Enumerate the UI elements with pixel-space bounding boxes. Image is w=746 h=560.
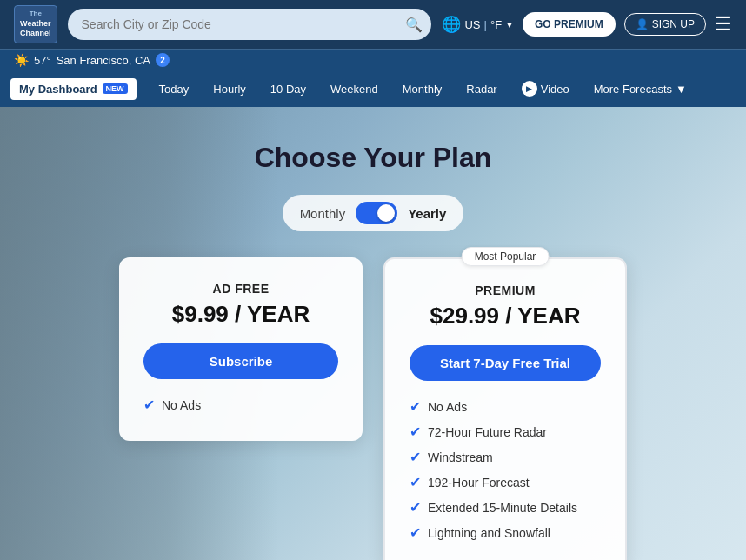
main-content: Choose Your Plan Monthly Yearly AD FREE … [0, 107, 746, 560]
monthly-label: Monthly [300, 206, 346, 221]
nav-weekend[interactable]: Weekend [318, 70, 390, 107]
feature-item: ✔ No Ads [410, 398, 601, 415]
feature-item: ✔ No Ads [143, 397, 338, 413]
search-bar: 🔍 [68, 9, 432, 40]
free-trial-button[interactable]: Start 7-Day Free Trial [410, 345, 601, 381]
plan-price-adfree: $9.99 / YEAR [143, 301, 338, 328]
plans-title: Choose Your Plan [255, 142, 492, 174]
globe-icon: 🌐 [442, 15, 461, 34]
nav-video[interactable]: ▶ Video [510, 70, 582, 107]
logo-line1: The [20, 10, 51, 18]
search-button[interactable]: 🔍 [405, 17, 423, 33]
billing-toggle-switch[interactable] [356, 202, 397, 224]
header-right: 🌐 US | °F ▼ GO PREMIUM 👤 SIGN UP ☰ [442, 12, 732, 37]
nav-today[interactable]: Today [147, 70, 202, 107]
plan-card-premium: Most Popular PREMIUM $29.99 / YEAR Start… [383, 257, 627, 560]
check-icon: ✔ [410, 499, 421, 516]
user-icon: 👤 [636, 18, 649, 30]
check-icon: ✔ [143, 397, 155, 413]
most-popular-badge: Most Popular [462, 247, 550, 266]
check-icon: ✔ [410, 423, 421, 440]
feature-label: Windstream [428, 450, 493, 464]
go-premium-button[interactable]: GO PREMIUM [523, 12, 616, 37]
feature-label: Lightning and Snowfall [428, 526, 550, 540]
play-icon: ▶ [522, 81, 537, 97]
check-icon: ✔ [410, 524, 421, 541]
sub-nav: My Dashboard NEW Today Hourly 10 Day Wee… [0, 70, 746, 107]
feature-label: No Ads [428, 400, 467, 414]
feature-item: ✔ Lightning and Snowfall [410, 524, 601, 541]
feature-label: 72-Hour Future Radar [428, 425, 547, 439]
logo[interactable]: The Weather Channel [14, 5, 57, 43]
feature-label: 192-Hour Forecast [428, 476, 530, 490]
hamburger-button[interactable]: ☰ [715, 15, 732, 34]
chevron-down-icon: ▼ [505, 20, 514, 30]
feature-label: No Ads [162, 398, 201, 412]
plans-grid: AD FREE $9.99 / YEAR Subscribe ✔ No Ads … [119, 257, 627, 560]
plan-card-adfree: AD FREE $9.99 / YEAR Subscribe ✔ No Ads [119, 257, 363, 441]
check-icon: ✔ [410, 449, 421, 465]
feature-item: ✔ 192-Hour Forecast [410, 474, 601, 490]
check-icon: ✔ [410, 398, 421, 415]
nav-10day[interactable]: 10 Day [258, 70, 318, 107]
alert-badge[interactable]: 2 [156, 53, 170, 67]
chevron-down-icon: ▼ [676, 83, 687, 96]
plan-name-premium: PREMIUM [410, 283, 601, 297]
feature-item: ✔ Extended 15-Minute Details [410, 499, 601, 516]
nav-hourly[interactable]: Hourly [201, 70, 258, 107]
feature-item: ✔ Windstream [410, 449, 601, 465]
temp-unit[interactable]: °F [490, 18, 502, 31]
nav-items: Today Hourly 10 Day Weekend Monthly Rada… [147, 70, 699, 107]
logo-line3: Channel [20, 29, 51, 39]
region-selector[interactable]: 🌐 US | °F ▼ [442, 15, 514, 34]
yearly-label: Yearly [408, 206, 446, 221]
weather-icon: ☀️ [14, 53, 29, 67]
billing-toggle: Monthly Yearly [283, 195, 464, 231]
dashboard-label: My Dashboard [19, 83, 97, 96]
nav-more-forecasts[interactable]: More Forecasts ▼ [582, 70, 699, 107]
header: The Weather Channel 🔍 🌐 US | °F ▼ GO PRE… [0, 0, 746, 49]
sign-up-button[interactable]: 👤 SIGN UP [624, 13, 706, 36]
plans-container: Choose Your Plan Monthly Yearly AD FREE … [0, 107, 746, 560]
new-badge: NEW [103, 83, 128, 94]
subscribe-button[interactable]: Subscribe [143, 343, 338, 379]
dashboard-tab[interactable]: My Dashboard NEW [10, 78, 137, 100]
location-temp: 57° [34, 54, 51, 67]
plan-price-premium: $29.99 / YEAR [410, 303, 601, 330]
feature-label: Extended 15-Minute Details [428, 501, 577, 515]
region-label: US [464, 18, 480, 31]
toggle-knob [377, 204, 395, 222]
sign-up-label: SIGN UP [652, 18, 695, 30]
nav-radar[interactable]: Radar [454, 70, 509, 107]
unit-separator: | [484, 18, 487, 31]
logo-line2: Weather [20, 19, 51, 30]
plan-name-adfree: AD FREE [143, 282, 338, 296]
feature-list-adfree: ✔ No Ads [143, 397, 338, 413]
location-city: San Francisco, CA [57, 54, 150, 67]
search-input[interactable] [68, 9, 432, 40]
feature-item: ✔ 72-Hour Future Radar [410, 423, 601, 440]
feature-list-premium: ✔ No Ads ✔ 72-Hour Future Radar ✔ Windst… [410, 398, 601, 541]
nav-monthly[interactable]: Monthly [390, 70, 455, 107]
check-icon: ✔ [410, 474, 421, 490]
location-bar: ☀️ 57° San Francisco, CA 2 [0, 49, 746, 70]
